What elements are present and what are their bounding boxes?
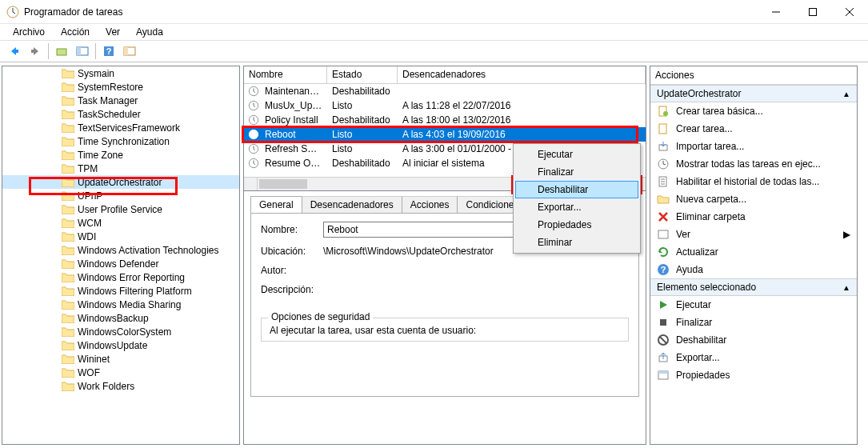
task-row[interactable]: Maintenanc...Deshabilitado: [244, 84, 646, 98]
tree-item[interactable]: Windows Filtering Platform: [2, 284, 239, 298]
tree-item[interactable]: Work Folders: [2, 379, 239, 393]
svg-rect-19: [659, 124, 666, 134]
doc-icon: [657, 105, 670, 118]
toolbar-icon-2[interactable]: [73, 42, 92, 60]
col-state[interactable]: Estado: [327, 66, 398, 83]
folder-tree[interactable]: SysmainSystemRestoreTask ManagerTaskSche…: [2, 66, 239, 444]
folder-icon: [62, 136, 74, 146]
task-row[interactable]: RebootListoA las 4:03 el 19/09/2016: [244, 127, 646, 142]
back-button[interactable]: [5, 42, 24, 60]
tree-item[interactable]: TextServicesFramework: [2, 121, 239, 134]
task-row[interactable]: Policy InstallDeshabilitadoA las 18:00 e…: [244, 113, 646, 127]
svg-rect-1: [810, 8, 817, 15]
action-item[interactable]: Importar tarea...: [650, 138, 857, 155]
ctx-item[interactable]: Ejecutar: [515, 146, 638, 163]
tab-general[interactable]: General: [250, 196, 302, 213]
svg-rect-30: [658, 371, 668, 374]
tree-label: WindowsBackup: [78, 313, 149, 324]
action-item[interactable]: Ejecutar: [650, 296, 857, 314]
clock-icon: [247, 99, 260, 112]
action-item[interactable]: Habilitar el historial de todas las...: [650, 173, 857, 190]
action-label: Importar tarea...: [676, 141, 850, 152]
tree-item[interactable]: Time Zone: [2, 148, 239, 162]
action-item[interactable]: Crear tarea básica...: [650, 102, 857, 120]
help-icon[interactable]: ?: [99, 42, 118, 60]
action-item[interactable]: Nueva carpeta...: [650, 190, 857, 208]
action-item[interactable]: Eliminar carpeta: [650, 208, 857, 226]
tree-item[interactable]: UpdateOrchestrator: [2, 175, 239, 189]
tree-item[interactable]: TPM: [2, 162, 239, 175]
task-row[interactable]: MusUx_Upd...ListoA las 11:28 el 22/07/20…: [244, 98, 646, 113]
tree-label: WindowsUpdate: [78, 340, 147, 351]
tree-item[interactable]: Sysmain: [2, 66, 239, 80]
col-triggers[interactable]: Desencadenadores: [398, 66, 646, 83]
tree-item[interactable]: UPnP: [2, 189, 239, 202]
action-item[interactable]: ?Ayuda: [650, 261, 857, 278]
menu-help[interactable]: Ayuda: [130, 25, 170, 39]
folder-icon: [62, 326, 74, 337]
menu-action[interactable]: Acción: [54, 25, 96, 39]
tree-label: Windows Defender: [78, 258, 158, 270]
action-item[interactable]: Mostrar todas las tareas en ejec...: [650, 155, 857, 173]
ctx-item[interactable]: Exportar...: [515, 198, 638, 216]
tree-item[interactable]: WindowsColorSystem: [2, 325, 239, 338]
actions-section-2[interactable]: Elemento seleccionado ▲: [650, 278, 857, 296]
actions-section-1[interactable]: UpdateOrchestrator ▲: [650, 85, 857, 102]
location-label: Ubicación:: [261, 246, 323, 257]
tree-item[interactable]: TaskScheduler: [2, 107, 239, 121]
tree-item[interactable]: Windows Activation Technologies: [2, 243, 239, 257]
col-name[interactable]: Nombre: [244, 66, 327, 83]
tree-item[interactable]: WOF: [2, 366, 239, 379]
tree-item[interactable]: WCM: [2, 216, 239, 230]
tab-actions[interactable]: Acciones: [402, 196, 458, 213]
maximize-button[interactable]: [794, 0, 831, 24]
tree-item[interactable]: WindowsBackup: [2, 311, 239, 325]
action-item[interactable]: Propiedades: [650, 366, 857, 384]
svg-point-18: [663, 111, 668, 116]
tree-item[interactable]: Windows Defender: [2, 257, 239, 270]
tab-triggers[interactable]: Desencadenadores: [302, 196, 402, 213]
ctx-item[interactable]: Propiedades: [515, 216, 638, 234]
folder-icon: [62, 367, 74, 378]
tree-item[interactable]: WindowsUpdate: [2, 338, 239, 352]
cell-trigger: A las 11:28 el 22/07/2016: [398, 100, 646, 111]
view-icon: [657, 228, 670, 241]
tree-item[interactable]: Time Synchronization: [2, 134, 239, 148]
tree-label: Windows Filtering Platform: [78, 286, 192, 297]
chevron-right-icon: ▶: [843, 229, 850, 240]
tree-label: Task Manager: [78, 95, 138, 106]
toolbar-icon-3[interactable]: [120, 42, 139, 60]
ctx-item[interactable]: Eliminar: [515, 234, 638, 251]
forward-button[interactable]: [26, 42, 45, 60]
name-label: Nombre:: [261, 224, 323, 235]
collapse-icon: ▲: [842, 283, 850, 292]
minimize-button[interactable]: [758, 0, 794, 24]
toolbar-icon-1[interactable]: [52, 42, 71, 60]
toolbar: ?: [0, 40, 868, 62]
folder-icon: [62, 163, 74, 174]
tree-item[interactable]: Wininet: [2, 352, 239, 366]
action-item[interactable]: Ver▶: [650, 226, 857, 243]
ctx-item[interactable]: Deshabilitar: [515, 181, 638, 198]
action-item[interactable]: Actualizar: [650, 243, 857, 261]
cell-trigger: A las 18:00 el 13/02/2016: [398, 114, 646, 126]
action-item[interactable]: Exportar...: [650, 349, 857, 366]
tree-item[interactable]: SystemRestore: [2, 80, 239, 94]
menu-view[interactable]: Ver: [99, 25, 126, 39]
ctx-item[interactable]: Finalizar: [515, 163, 638, 181]
tree-item[interactable]: Windows Media Sharing: [2, 298, 239, 311]
menu-file[interactable]: Archivo: [6, 25, 51, 39]
svg-rect-10: [124, 47, 128, 55]
window-title: Programador de tareas: [24, 6, 758, 18]
close-button[interactable]: [831, 0, 868, 24]
action-item[interactable]: Finalizar: [650, 314, 857, 331]
action-label: Exportar...: [676, 352, 850, 363]
tree-item[interactable]: Task Manager: [2, 94, 239, 107]
tree-item[interactable]: Windows Error Reporting: [2, 270, 239, 284]
action-item[interactable]: Deshabilitar: [650, 331, 857, 349]
action-item[interactable]: Crear tarea...: [650, 120, 857, 138]
app-icon: [6, 6, 19, 18]
play-icon: [657, 298, 670, 311]
tree-item[interactable]: WDI: [2, 230, 239, 243]
tree-item[interactable]: User Profile Service: [2, 202, 239, 216]
